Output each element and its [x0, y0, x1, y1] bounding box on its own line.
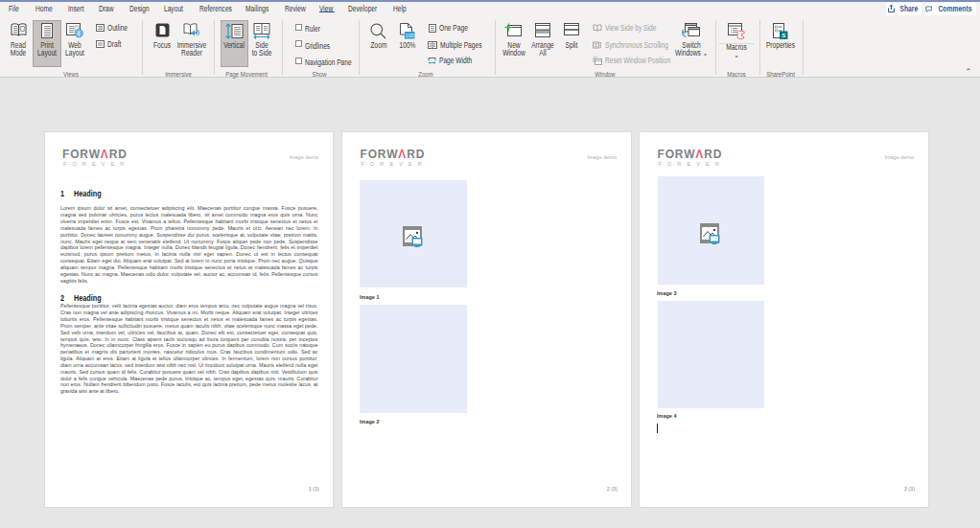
svg-text:S: S: [782, 33, 785, 38]
svg-text:100: 100: [406, 33, 414, 38]
